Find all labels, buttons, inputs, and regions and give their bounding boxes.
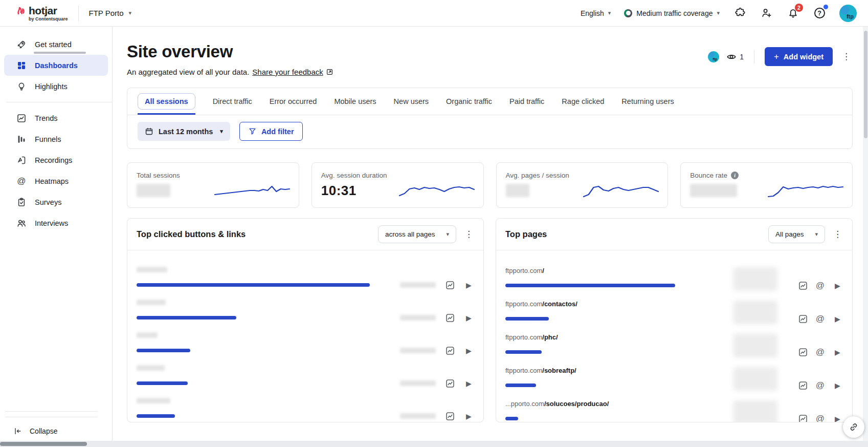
date-range-label: Last 12 months [159, 127, 213, 136]
integrations-button[interactable] [733, 7, 746, 20]
collapse-sidebar-button[interactable]: Collapse [0, 422, 112, 440]
tab-error-occurred[interactable]: Error occurred [270, 88, 317, 115]
metric-label: Avg. session duration [321, 172, 474, 179]
sidebar-item-surveys[interactable]: Surveys [4, 191, 108, 212]
view-heatmap-icon[interactable]: @ [815, 280, 826, 291]
get-started-progress-bar [34, 52, 86, 54]
sidebar-item-trends[interactable]: Trends [4, 108, 108, 129]
hotjar-logo[interactable]: hotjar by Contentsquare [15, 5, 68, 22]
sidebar-bottom-divider [5, 411, 98, 412]
info-icon[interactable]: i [731, 172, 739, 179]
horizontal-scrollbar[interactable] [0, 441, 868, 447]
sidebar-item-funnels[interactable]: Funnels [4, 129, 108, 150]
view-trends-icon[interactable] [444, 280, 455, 290]
person-add-icon [761, 7, 772, 19]
add-filter-button[interactable]: Add filter [239, 122, 303, 141]
panel-title: Top clicked buttons & links [137, 229, 378, 239]
traffic-coverage-selector[interactable]: Medium traffic coverage ▾ [624, 9, 720, 17]
view-trends-icon[interactable] [797, 413, 808, 422]
tab-paid-traffic[interactable]: Paid traffic [509, 88, 544, 115]
sidebar-item-interviews[interactable]: Interviews [4, 212, 108, 233]
play-recording-icon[interactable]: ▶ [463, 378, 474, 389]
panel-menu-button[interactable]: ⋮ [462, 229, 475, 240]
share-feedback-link[interactable]: Share your feedback [252, 68, 333, 76]
date-range-selector[interactable]: Last 12 months ▾ [138, 122, 230, 141]
view-trends-icon[interactable] [444, 411, 455, 421]
top-clicked-panel: Top clicked buttons & links across all p… [127, 218, 484, 422]
avatar-text: ftp [713, 57, 717, 61]
main-content: Site overview An aggregated view of all … [113, 27, 868, 447]
notifications-button[interactable]: 2 [786, 7, 799, 20]
collapse-icon [13, 427, 23, 436]
play-recording-icon[interactable]: ▶ [463, 411, 474, 421]
sidebar-item-highlights[interactable]: Highlights [4, 76, 108, 97]
metric-card-avg-session-duration[interactable]: Avg. session duration 10:31 [311, 162, 484, 208]
view-trends-icon[interactable] [797, 380, 808, 391]
tab-all-sessions[interactable]: All sessions [138, 88, 195, 115]
play-recording-icon[interactable]: ▶ [832, 347, 843, 357]
panel-menu-button[interactable]: ⋮ [831, 229, 844, 240]
page-url[interactable]: ftpporto.com/contactos/ [505, 300, 843, 308]
view-heatmap-icon[interactable]: @ [815, 413, 826, 422]
tab-new-users[interactable]: New users [394, 88, 429, 115]
pages-scope-select[interactable]: across all pages ▾ [378, 225, 456, 243]
page-url[interactable]: ftpporto.com/phc/ [505, 333, 843, 341]
view-trends-icon[interactable] [444, 345, 455, 356]
page-url[interactable]: ftpporto.com/sobreaftp/ [505, 367, 843, 374]
tab-organic-traffic[interactable]: Organic traffic [446, 88, 492, 115]
play-recording-icon[interactable]: ▶ [463, 312, 474, 323]
view-heatmap-icon[interactable]: @ [815, 347, 826, 357]
play-recording-icon[interactable]: ▶ [832, 280, 843, 291]
metric-label: Total sessions [137, 172, 290, 179]
play-recording-icon[interactable]: ▶ [832, 313, 843, 324]
sidebar-item-label: Trends [35, 114, 58, 122]
tab-returning-users[interactable]: Returning users [621, 88, 674, 115]
view-heatmap-icon[interactable]: @ [815, 380, 826, 391]
segment-tabs: All sessions Direct traffic Error occurr… [127, 88, 852, 115]
redacted-count [400, 282, 436, 288]
dashboard-menu-button[interactable]: ⋮ [840, 51, 853, 62]
view-trends-icon[interactable] [444, 312, 455, 323]
page-views-bar [505, 284, 675, 287]
pages-scope-select[interactable]: All pages ▾ [768, 225, 825, 243]
play-recording-icon[interactable]: ▶ [463, 345, 474, 356]
language-selector[interactable]: English ▾ [581, 9, 611, 17]
sidebar-item-heatmaps[interactable]: @ Heatmaps [4, 171, 108, 191]
page-url[interactable]: ftpporto.com/ [505, 267, 843, 274]
list-item: ▶ [137, 332, 474, 356]
view-trends-icon[interactable] [797, 280, 808, 291]
sidebar-item-recordings[interactable]: Recordings [4, 150, 108, 171]
tab-direct-traffic[interactable]: Direct traffic [213, 88, 252, 115]
tab-mobile-users[interactable]: Mobile users [334, 88, 376, 115]
tab-rage-clicked[interactable]: Rage clicked [562, 88, 604, 115]
vertical-scrollbar[interactable] [863, 27, 868, 441]
sidebar-item-dashboards[interactable]: Dashboards [4, 55, 108, 76]
view-trends-icon[interactable] [797, 313, 808, 324]
play-recording-icon[interactable]: ▶ [463, 280, 474, 290]
help-button[interactable]: ? [813, 7, 826, 20]
view-trends-icon[interactable] [797, 347, 808, 357]
view-heatmap-icon[interactable]: @ [815, 313, 826, 324]
top-pages-panel: Top pages All pages ▾ ⋮ ftpporto.com/ @ [496, 218, 853, 422]
play-recording-icon[interactable]: ▶ [832, 413, 843, 422]
scrollbar-thumb[interactable] [0, 442, 87, 446]
add-widget-button[interactable]: + Add widget [765, 47, 833, 66]
page-url[interactable]: ...pporto.com/solucoes/producao/ [505, 400, 843, 408]
collapse-label: Collapse [30, 427, 57, 435]
site-selector[interactable]: FTP Porto ▾ [89, 9, 132, 17]
view-trends-icon[interactable] [444, 378, 455, 389]
metric-card-bounce-rate[interactable]: Bounce rate i [680, 162, 853, 208]
invite-user-button[interactable] [760, 7, 773, 20]
chevron-down-icon: ▾ [608, 10, 611, 16]
sidebar-item-get-started[interactable]: Get started [4, 34, 108, 55]
sidebar-item-label: Dashboards [35, 61, 78, 70]
click-count-bar [137, 349, 190, 352]
metric-card-avg-pages-session[interactable]: Avg. pages / session [496, 162, 669, 208]
play-recording-icon[interactable]: ▶ [832, 380, 843, 391]
page-views-bar [505, 350, 542, 354]
scrollbar-thumb[interactable] [864, 31, 867, 138]
edit-link-fab[interactable] [843, 416, 864, 438]
account-avatar[interactable]: ftp [839, 5, 857, 22]
metric-card-total-sessions[interactable]: Total sessions [127, 162, 299, 208]
recordings-icon [16, 155, 27, 165]
